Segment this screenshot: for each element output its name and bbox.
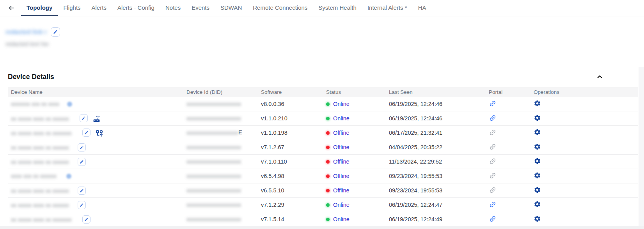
link-icon[interactable] <box>489 100 497 107</box>
table-row: xx xxxxx xxxx xx xxxxxx xxxxxxxxxxxxxxxx… <box>8 140 638 155</box>
column-header-operations: Operations <box>530 87 638 97</box>
status-dot <box>326 131 330 135</box>
nav-tab-flights[interactable]: Flights <box>58 0 86 16</box>
last-seen: 06/19/2025, 12:24:46 <box>386 97 486 111</box>
gear-icon[interactable] <box>534 157 541 165</box>
collapse-section-button[interactable] <box>595 72 604 82</box>
edit-device-name-button[interactable] <box>78 143 86 151</box>
gear-icon[interactable] <box>534 129 541 136</box>
device-id-redacted: xxxxxxxxxxxxxxxxxxxxxxxx <box>186 144 241 151</box>
edit-device-name-button[interactable] <box>82 129 90 137</box>
gear-icon[interactable] <box>534 143 541 150</box>
status-dot <box>326 160 330 164</box>
link-icon[interactable] <box>489 186 497 194</box>
link-icon[interactable] <box>489 157 497 165</box>
edit-device-name-button[interactable] <box>80 114 88 122</box>
table-row: xxxx xxx xx xxxxxx xxxxxxxxxxxxxxxxxxxxx… <box>8 169 638 183</box>
page-title-area: redacted link name redacted text here <box>5 26 644 48</box>
nav-tab-notes[interactable]: Notes <box>160 0 186 16</box>
gear-icon[interactable] <box>534 201 541 208</box>
pencil-icon <box>80 160 84 164</box>
status-dot <box>326 189 330 192</box>
nav-tab-events[interactable]: Events <box>186 0 215 16</box>
info-badge-icon <box>67 102 72 107</box>
device-name-redacted: xx xxxxx xxxx xx xxxxxx <box>11 188 73 194</box>
link-icon[interactable] <box>489 172 497 180</box>
status-link[interactable]: Offline <box>333 173 349 179</box>
software-version: v6.5.5.10 <box>258 183 323 198</box>
edit-device-name-button[interactable] <box>78 158 86 166</box>
edit-device-name-button[interactable] <box>78 187 86 195</box>
link-icon[interactable] <box>489 129 497 136</box>
nav-tab-alerts-config[interactable]: Alerts - Config <box>112 0 160 16</box>
link-icon[interactable] <box>489 215 497 223</box>
table-row: xx xxxxx xxxx xx xxxxxx xxxxxxxxxxxxxxxx… <box>8 155 638 169</box>
nav-tab-ha[interactable]: HA <box>413 0 432 16</box>
table-row: xx xxxxx xxxx xx xxxxxxx xxxxxxxxxxxxxxx… <box>8 212 638 227</box>
device-name-redacted: xx xxxxx xxxx xx xxxxxx <box>11 116 75 122</box>
device-id-redacted: xxxxxxxxxxxxxxxxxxxxxxxx <box>186 216 241 223</box>
device-id-redacted: xxxxxxxxxxxxxxxxxxxxxxxx <box>186 115 241 122</box>
device-group-title-redacted[interactable]: redacted link name <box>5 28 47 36</box>
status-link[interactable]: Online <box>333 115 349 122</box>
nav-tab-alerts[interactable]: Alerts <box>86 0 112 16</box>
device-id-redacted: xxxxxxxxxxxxxxxxxxxxxxxx <box>186 187 241 194</box>
device-id-redacted: xxxxxxxxxxxxxxxxxxxxxxxx <box>186 173 241 180</box>
pencil-icon <box>80 145 84 150</box>
gear-icon[interactable] <box>534 100 541 107</box>
software-version: v7.1.5.14 <box>258 212 323 227</box>
back-button[interactable] <box>5 0 18 16</box>
nav-tab-internal-alerts[interactable]: Internal Alerts * <box>362 0 413 16</box>
software-version: v7.1.2.29 <box>258 198 323 212</box>
edit-device-name-button[interactable] <box>82 215 90 224</box>
info-badge-icon <box>66 174 71 179</box>
gear-icon[interactable] <box>534 215 541 222</box>
pencil-icon <box>82 116 86 120</box>
status-link[interactable]: Online <box>333 202 349 208</box>
table-header-row: Device NameDevice Id (DID)SoftwareStatus… <box>8 87 638 97</box>
device-group-subtitle-redacted: redacted text here <box>5 41 48 48</box>
device-details-section: Device Details Device NameDevice Id (DID… <box>8 72 639 227</box>
status-link[interactable]: Offline <box>333 187 349 194</box>
nav-tab-system-health[interactable]: System Health <box>313 0 362 16</box>
device-id-suffix: E <box>238 129 242 136</box>
last-seen: 06/19/2025, 12:24:47 <box>386 198 486 212</box>
status-link[interactable]: Offline <box>333 159 349 165</box>
column-header-portal: Portal <box>486 87 530 97</box>
status-dot <box>326 102 330 106</box>
link-icon[interactable] <box>489 143 497 151</box>
router-icon <box>92 115 101 123</box>
edit-device-name-button[interactable] <box>78 201 86 209</box>
table-row: xx xxxxx xxxx xx xxxxxx xxxxxxxxxxxxxxxx… <box>8 198 638 212</box>
device-name-redacted: xx xxxxx xxxx xx xxxxxx <box>11 202 73 209</box>
device-table-body: xxxxxxx xxx xx xxxx xxxxxxxxxxxxxxxxxxxx… <box>8 97 638 227</box>
last-seen: 09/23/2024, 19:55:53 <box>386 183 486 198</box>
last-seen: 06/19/2025, 12:24:46 <box>386 111 486 126</box>
gear-icon[interactable] <box>534 172 541 179</box>
chevron-up-icon <box>596 74 603 80</box>
page-background-right <box>639 67 644 226</box>
device-name-redacted: xxxx xxx xx xxxxxx <box>11 173 62 180</box>
status-link[interactable]: Offline <box>333 130 349 136</box>
table-row: xxxxxxx xxx xx xxxx xxxxxxxxxxxxxxxxxxxx… <box>8 97 638 111</box>
status-link[interactable]: Offline <box>333 144 349 150</box>
pencil-icon <box>53 30 58 34</box>
table-row: xx xxxxx xxxx xx xxxxxx xxxxxxxxxxxxxxxx… <box>8 111 638 126</box>
device-id-redacted: xxxxxxxxxxxxxxxxxxxxxxxx <box>186 101 241 107</box>
nav-tab-topology[interactable]: Topology <box>21 0 58 16</box>
link-icon[interactable] <box>489 114 497 122</box>
gear-icon[interactable] <box>534 186 541 194</box>
topology-icon <box>95 129 103 137</box>
status-link[interactable]: Online <box>333 101 349 107</box>
device-name-redacted: xx xxxxx xxxx xx xxxxxxx <box>11 217 78 223</box>
gear-icon[interactable] <box>534 114 541 122</box>
table-row: xx xxxxx xxxx xx xxxxxxx xxxxxxxxxxxxxxx… <box>8 126 638 140</box>
nav-tab-sdwan[interactable]: SDWAN <box>215 0 247 16</box>
status-link[interactable]: Online <box>333 216 349 222</box>
column-header-status: Status <box>323 87 386 97</box>
link-icon[interactable] <box>489 201 497 208</box>
table-row: xx xxxxx xxxx xx xxxxxx xxxxxxxxxxxxxxxx… <box>8 183 638 198</box>
nav-tab-remote-connections[interactable]: Remote Connections <box>247 0 313 16</box>
edit-title-button[interactable] <box>51 27 60 37</box>
device-id-redacted: xxxxxxxxxxxxxxxxxxxxxxxx <box>186 159 241 165</box>
